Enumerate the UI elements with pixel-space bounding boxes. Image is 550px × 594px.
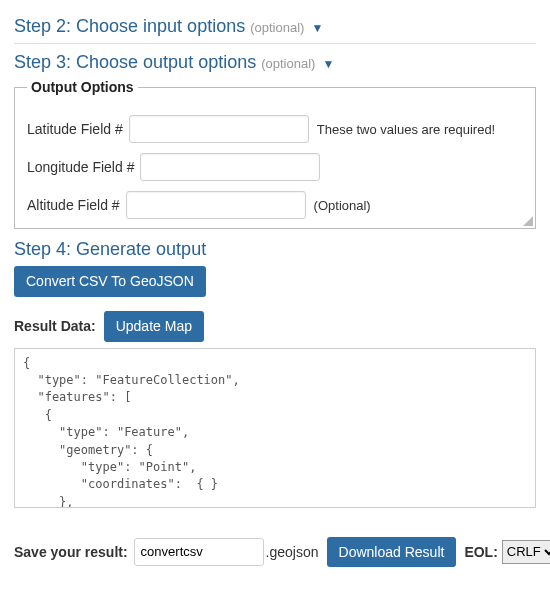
filename-input[interactable] bbox=[134, 538, 264, 566]
altitude-note: (Optional) bbox=[314, 198, 371, 213]
longitude-label: Longitude Field # bbox=[27, 159, 134, 175]
resize-handle-icon[interactable] bbox=[523, 216, 533, 226]
horizontal-scrollbar[interactable] bbox=[14, 513, 536, 529]
step4-heading: Step 4: Generate output bbox=[14, 239, 536, 260]
result-textarea[interactable] bbox=[14, 348, 536, 508]
altitude-input[interactable] bbox=[126, 191, 306, 219]
step4-title: Step 4: Generate output bbox=[14, 239, 206, 259]
output-options-fieldset: Output Options Latitude Field # These tw… bbox=[14, 79, 536, 229]
file-extension: .geojson bbox=[266, 544, 319, 560]
longitude-row: Longitude Field # bbox=[27, 153, 523, 181]
latitude-label: Latitude Field # bbox=[27, 121, 123, 137]
divider bbox=[14, 43, 536, 44]
step3-heading[interactable]: Step 3: Choose output options (optional)… bbox=[14, 52, 536, 73]
longitude-input[interactable] bbox=[140, 153, 320, 181]
result-label: Result Data: bbox=[14, 318, 96, 334]
update-map-button[interactable]: Update Map bbox=[104, 311, 204, 342]
convert-button[interactable]: Convert CSV To GeoJSON bbox=[14, 266, 206, 297]
eol-select[interactable]: CRLFLF bbox=[502, 540, 550, 564]
step3-title: Step 3: Choose output options bbox=[14, 52, 256, 72]
save-label: Save your result: bbox=[14, 544, 128, 560]
step3-optional: (optional) bbox=[261, 56, 315, 71]
altitude-row: Altitude Field # (Optional) bbox=[27, 191, 523, 219]
output-options-legend: Output Options bbox=[27, 79, 138, 95]
step2-optional: (optional) bbox=[250, 20, 304, 35]
chevron-down-icon: ▼ bbox=[322, 57, 334, 71]
save-row: Save your result: .geojson Download Resu… bbox=[14, 537, 536, 568]
latitude-note: These two values are required! bbox=[317, 122, 495, 137]
altitude-label: Altitude Field # bbox=[27, 197, 120, 213]
latitude-input[interactable] bbox=[129, 115, 309, 143]
step2-heading[interactable]: Step 2: Choose input options (optional) … bbox=[14, 16, 536, 37]
step2-title: Step 2: Choose input options bbox=[14, 16, 245, 36]
eol-label: EOL: bbox=[464, 544, 497, 560]
download-button[interactable]: Download Result bbox=[327, 537, 457, 568]
result-row: Result Data: Update Map bbox=[14, 311, 536, 342]
latitude-row: Latitude Field # These two values are re… bbox=[27, 115, 523, 143]
chevron-down-icon: ▼ bbox=[311, 21, 323, 35]
